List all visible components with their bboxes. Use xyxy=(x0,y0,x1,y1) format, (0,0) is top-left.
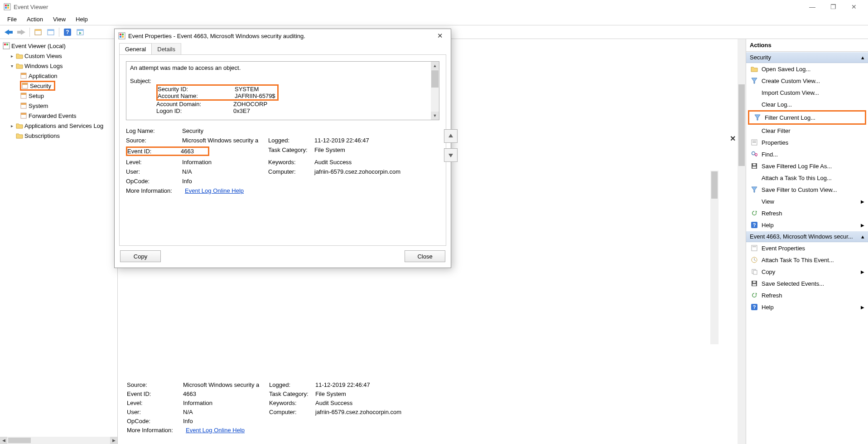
tree-forwarded[interactable]: Forwarded Events xyxy=(0,111,117,121)
maximize-button[interactable]: ❐ xyxy=(823,0,844,14)
action-attach-task-event[interactable]: Attach Task To This Event... xyxy=(746,254,868,266)
tree-root[interactable]: Event Viewer (Local) xyxy=(0,41,117,51)
tab-details[interactable]: Details xyxy=(151,43,181,55)
action-attach-task-log[interactable]: Attach a Task To this Log... xyxy=(746,172,868,184)
keywords-value: Audit Success xyxy=(315,400,709,406)
close-window-button[interactable]: ✕ xyxy=(844,0,864,14)
action-refresh-2[interactable]: Refresh xyxy=(746,289,868,301)
tree-custom-views[interactable]: ▸ Custom Views xyxy=(0,51,117,61)
action-label: Clear Log... xyxy=(762,101,792,108)
menu-view[interactable]: View xyxy=(48,15,70,24)
dialog-titlebar[interactable]: Event Properties - Event 4663, Microsoft… xyxy=(115,29,451,43)
computer-value: jafriin-6579.csez.zohocorpin.com xyxy=(315,409,709,415)
submenu-arrow-icon: ▶ xyxy=(861,305,864,310)
back-button[interactable] xyxy=(3,27,14,38)
action-properties[interactable]: Properties xyxy=(746,137,868,148)
scroll-down-icon[interactable]: ▼ xyxy=(431,112,439,120)
toolbar-preview-icon[interactable] xyxy=(74,27,86,38)
tree-apps-services[interactable]: ▸ Applications and Services Log xyxy=(0,121,117,131)
action-refresh[interactable]: Refresh xyxy=(746,207,868,219)
actions-section-security[interactable]: Security▴ xyxy=(746,52,868,63)
tree-security[interactable]: Security xyxy=(20,81,55,91)
forward-button[interactable] xyxy=(15,27,27,38)
refresh-icon xyxy=(751,210,758,217)
minimize-button[interactable]: — xyxy=(802,0,823,14)
scroll-thumb[interactable] xyxy=(711,171,718,199)
tree-subscriptions[interactable]: ▸ Subscriptions xyxy=(0,131,117,141)
prev-event-button[interactable] xyxy=(444,129,458,143)
dialog-title: Event Properties - Event 4663, Microsoft… xyxy=(128,33,433,39)
moreinfo-link[interactable]: Event Log Online Help xyxy=(186,427,245,434)
svg-rect-1 xyxy=(5,5,7,6)
save-icon xyxy=(751,280,758,287)
close-button[interactable]: Close xyxy=(405,250,445,262)
menu-action[interactable]: Action xyxy=(22,15,48,24)
action-label: Import Custom View... xyxy=(762,89,819,96)
center-vscrollbar[interactable] xyxy=(738,39,746,444)
menu-file[interactable]: File xyxy=(3,15,21,24)
desc-line: An attempt was made to access an object. xyxy=(130,64,428,71)
toolbar-properties-icon[interactable] xyxy=(45,27,57,38)
action-create-custom-view[interactable]: Create Custom View... xyxy=(746,75,868,87)
collapse-icon[interactable]: ▴ xyxy=(861,233,864,240)
collapse-icon[interactable]: ▴ xyxy=(861,54,864,61)
action-find[interactable]: Find... xyxy=(746,148,868,160)
next-event-button[interactable] xyxy=(444,148,458,162)
tree-hscrollbar[interactable]: ◀ ▶ xyxy=(0,437,117,444)
desc-vscrollbar[interactable]: ▲ ▼ xyxy=(431,62,439,120)
toolbar-help-icon[interactable]: ? xyxy=(62,27,73,38)
menu-help[interactable]: Help xyxy=(71,15,92,24)
toolbar-show-hide-tree-icon[interactable] xyxy=(32,27,44,38)
event-viewer-icon xyxy=(3,42,10,49)
dialog-app-icon xyxy=(118,32,125,39)
keywords-value: Audit Success xyxy=(314,159,439,166)
tree-setup[interactable]: Setup xyxy=(0,91,117,101)
action-help[interactable]: ?Help▶ xyxy=(746,219,868,231)
tab-general[interactable]: General xyxy=(119,43,152,55)
action-open-saved-log[interactable]: Open Saved Log... xyxy=(746,63,868,75)
logon-id-value: 0x3E7 xyxy=(233,107,250,114)
save-icon xyxy=(751,162,758,170)
svg-marker-62 xyxy=(448,134,453,137)
action-clear-filter[interactable]: Clear Filter xyxy=(746,125,868,137)
tree-windows-logs[interactable]: ▾ Windows Logs xyxy=(0,61,117,71)
action-save-filter-view[interactable]: Save Filter to Custom View... xyxy=(746,184,868,195)
logon-id-label: Logon ID: xyxy=(156,107,233,114)
copy-button[interactable]: Copy xyxy=(120,250,161,262)
blank-icon xyxy=(751,198,758,205)
svg-marker-41 xyxy=(756,210,757,213)
action-filter-current-log[interactable]: Filter Current Log... xyxy=(748,110,866,125)
tree-system[interactable]: System xyxy=(0,101,117,111)
eventid-value: 4663 xyxy=(183,390,269,397)
action-help-2[interactable]: ?Help▶ xyxy=(746,301,868,313)
funnel-icon xyxy=(751,77,758,84)
svg-marker-30 xyxy=(755,115,760,120)
preview-close-button[interactable]: ✕ xyxy=(730,134,736,143)
tree-application[interactable]: Application xyxy=(0,71,117,81)
blank-icon xyxy=(751,89,758,96)
actions-section-event[interactable]: Event 4663, Microsoft Windows secur...▴ xyxy=(746,231,868,242)
expand-icon[interactable]: ▸ xyxy=(9,123,14,128)
expand-icon[interactable]: ▸ xyxy=(9,54,14,59)
scroll-up-icon[interactable]: ▲ xyxy=(431,62,439,70)
scroll-thumb[interactable] xyxy=(431,70,439,88)
tree-label: Forwarded Events xyxy=(29,112,77,119)
dialog-close-button[interactable]: ✕ xyxy=(433,29,447,42)
action-save-selected[interactable]: Save Selected Events... xyxy=(746,278,868,289)
submenu-arrow-icon: ▶ xyxy=(861,199,864,204)
action-label: Save Selected Events... xyxy=(762,280,824,287)
action-copy[interactable]: Copy▶ xyxy=(746,266,868,278)
action-clear-log[interactable]: Clear Log... xyxy=(746,98,868,110)
scroll-thumb[interactable] xyxy=(738,84,745,166)
scroll-right-icon[interactable]: ▶ xyxy=(110,437,117,444)
action-event-properties[interactable]: Event Properties xyxy=(746,242,868,254)
scroll-left-icon[interactable]: ◀ xyxy=(0,437,7,444)
action-import-custom-view[interactable]: Import Custom View... xyxy=(746,87,868,98)
svg-rect-50 xyxy=(753,270,757,274)
action-view[interactable]: View▶ xyxy=(746,195,868,207)
moreinfo-link[interactable]: Event Log Online Help xyxy=(185,187,244,194)
action-save-filtered[interactable]: Save Filtered Log File As... xyxy=(746,160,868,172)
collapse-icon[interactable]: ▾ xyxy=(9,63,14,68)
inner-vscrollbar[interactable] xyxy=(710,171,719,344)
scroll-thumb[interactable] xyxy=(8,438,31,443)
